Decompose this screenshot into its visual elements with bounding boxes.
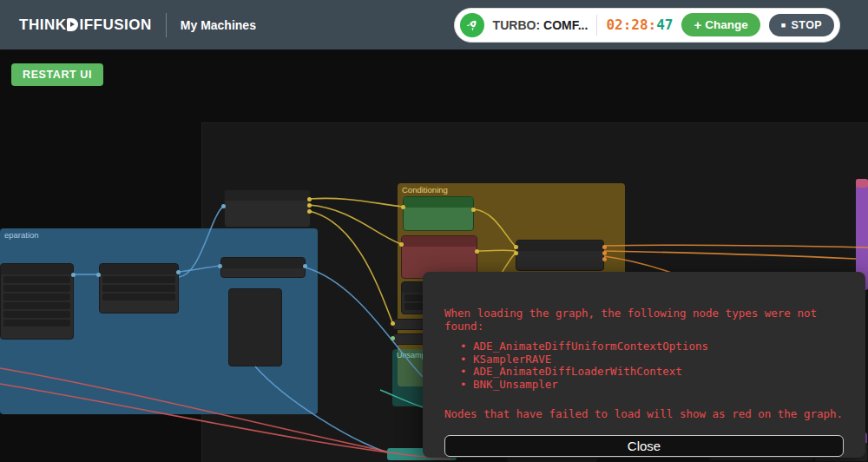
node-port-dot[interactable] [218,264,222,268]
node-port-dot[interactable] [303,264,307,268]
modal-footer-note: Nodes that have failed to load will show… [444,407,844,420]
change-button-label: Change [705,18,748,31]
node-port-dot[interactable] [176,270,181,274]
graph-node[interactable] [0,263,74,340]
group-conditioning-title: Conditioning [398,183,625,196]
node-title-bar [856,179,868,188]
node-title-bar [516,241,603,251]
machine-name: COMF... [543,18,588,32]
missing-node-item: ADE_AnimateDiffLoaderWithContext [460,366,844,379]
brand-think: THINK [19,16,66,34]
graph-node[interactable] [224,189,311,228]
logo-d-icon [67,18,78,31]
group-preparation-title: eparation [0,228,318,241]
missing-nodes-modal: When loading the graph, the following no… [423,272,865,458]
graph-node-positive-prompt[interactable] [403,196,474,231]
header-divider [166,13,167,37]
machine-label-prefix: TURBO: [493,18,540,32]
comfyui-canvas[interactable]: eparation Conditioning [0,0,868,462]
graph-node[interactable] [220,257,306,278]
brand-logo[interactable]: THINK IFFUSION [19,16,152,34]
brand-iffusion: IFFUSION [79,16,151,34]
node-widget-row [3,311,70,318]
node-title-bar [402,236,477,247]
missing-node-item: BNK_Unsampler [460,379,844,392]
machine-label: TURBO:COMF... [493,18,589,32]
missing-node-item: ADE_AnimateDiffUniformContextOptions [460,340,844,353]
rocket-icon [460,13,484,37]
node-title-bar [221,258,305,268]
node-port-dot[interactable] [602,251,607,255]
plus-icon: + [694,19,701,30]
thinkdiffusion-app: eparation Conditioning [0,0,868,462]
node-title-bar [100,264,178,274]
node-widget-row [102,285,175,292]
nav-title-my-machines[interactable]: My Machines [181,18,256,32]
node-widget-row [3,320,70,327]
node-port-dot[interactable] [514,251,518,255]
restart-ui-button[interactable]: RESTART UI [11,63,103,86]
node-port-dot[interactable] [96,273,101,277]
node-port-dot[interactable] [602,245,607,249]
missing-node-item: KSamplerRAVE [460,353,844,366]
node-port-dot[interactable] [307,209,312,214]
node-port-dot[interactable] [71,273,76,277]
node-widget-row [3,302,70,309]
modal-message: When loading the graph, the following no… [444,307,844,333]
node-widget-row [3,285,70,292]
node-widget-row [3,294,70,300]
node-widget-row [102,276,175,283]
change-button[interactable]: + Change [681,13,760,36]
node-widget-row [3,276,70,283]
node-port-dot[interactable] [307,197,312,201]
stop-button[interactable]: ■ STOP [769,14,834,36]
session-timer: 02:28:47 [606,16,673,33]
node-port-dot[interactable] [602,257,607,261]
node-port-dot[interactable] [391,321,395,326]
node-port-dot[interactable] [475,249,479,254]
node-port-dot[interactable] [221,204,226,208]
node-port-dot[interactable] [307,203,312,208]
top-bar: THINK IFFUSION My Machines TURBO:COMF...… [0,0,868,50]
node-title-bar [1,264,73,274]
graph-node[interactable] [228,288,282,366]
node-title-bar [225,190,310,201]
stop-button-label: STOP [792,19,822,31]
stop-square-icon: ■ [781,21,786,30]
pill-divider [596,15,597,36]
timer-seconds: 47 [656,16,673,33]
machine-status-pill: TURBO:COMF... 02:28:47 + Change ■ STOP [454,8,840,43]
node-port-dot[interactable] [401,205,405,209]
node-port-dot[interactable] [391,336,395,340]
node-port-dot[interactable] [399,242,404,247]
node-title-bar [404,197,473,208]
timer-hours-minutes: 02:28: [606,16,656,33]
graph-node[interactable] [99,263,179,314]
missing-nodes-list: ADE_AnimateDiffUniformContextOptions KSa… [444,340,844,391]
graph-node[interactable] [516,240,604,271]
node-port-dot[interactable] [514,245,518,249]
node-port-dot[interactable] [471,208,476,212]
close-button[interactable]: Close [444,435,844,457]
node-widget-row [102,294,175,300]
